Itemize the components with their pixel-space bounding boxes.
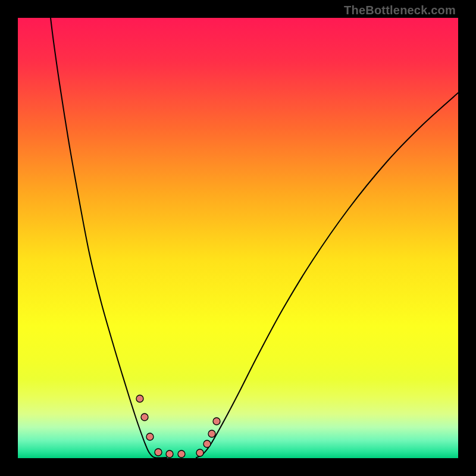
right-curve	[196, 93, 458, 458]
data-marker	[196, 449, 203, 456]
data-marker	[141, 414, 148, 421]
plot-area	[18, 18, 458, 458]
data-marker	[166, 450, 173, 458]
data-marker	[146, 433, 154, 440]
data-marker	[178, 450, 185, 458]
left-curve	[51, 18, 167, 458]
watermark-text: TheBottleneck.com	[344, 4, 456, 17]
data-marker	[208, 430, 215, 437]
data-marker	[203, 440, 211, 447]
data-marker	[155, 449, 162, 456]
chart-frame: TheBottleneck.com	[0, 0, 476, 476]
curves-layer	[18, 18, 458, 458]
data-marker	[136, 395, 143, 402]
data-marker	[213, 418, 220, 425]
